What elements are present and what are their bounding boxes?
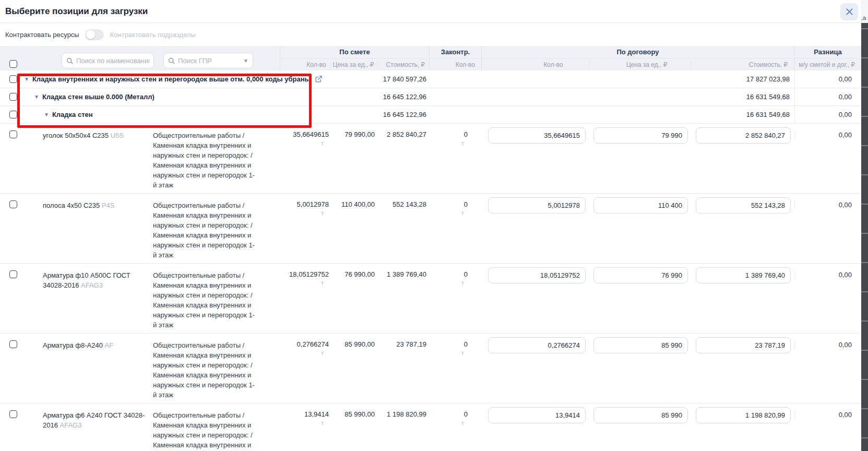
close-button[interactable] (840, 3, 858, 20)
col-estimate-qty: Кол-во (280, 61, 331, 68)
resource-name: уголок 50x50x4 С235 (43, 132, 109, 139)
resource-code: AF (105, 341, 114, 349)
contract-price-input[interactable] (593, 197, 688, 213)
estimate-qty-cell: 0,2766274 т (280, 340, 331, 356)
contract-qty-input[interactable] (488, 267, 586, 283)
unit-label: т (280, 210, 329, 216)
tree-contract-cost: 17 827 023,98 (482, 75, 794, 83)
resource-row: уголок 50x50x4 С235 U5S Общестроительные… (0, 124, 861, 194)
collapse-caret-icon[interactable]: ▼ (44, 112, 49, 117)
col-estimate-cost: Стоимость, ₽ (378, 61, 429, 68)
estimate-cost: 23 787,19 (378, 340, 430, 348)
tree-row-label: Кладка стен (52, 111, 93, 118)
col-contracted-qty: Кол-во (430, 61, 481, 68)
unit-label: т (430, 420, 468, 426)
unit-label: т (280, 420, 329, 426)
resource-name-cell: Арматура ф8-А240 AF (21, 340, 151, 350)
tree-row-label: Кладка внутренних и наружных стен и пере… (32, 75, 311, 83)
select-all-checkbox[interactable] (9, 60, 17, 68)
contract-mode-toggle[interactable] (85, 29, 104, 40)
contract-price-input[interactable] (593, 407, 688, 423)
contract-qty-input[interactable] (488, 337, 586, 353)
difference-value: 0,00 (794, 340, 861, 349)
chevron-down-icon[interactable]: ▼ (243, 58, 248, 64)
contract-cost-input[interactable] (696, 197, 791, 213)
estimate-price: 110 400,00 (331, 200, 378, 208)
contracted-qty-cell: 0 т (430, 200, 482, 216)
tree-estimate-cost: 16 645 122,96 (280, 111, 430, 118)
contracted-qty: 0 (430, 270, 468, 278)
tree-estimate-cost: 17 840 597,26 (280, 75, 430, 83)
resource-row: Арматура ф6 А240 ГОСТ 34028-2016 AFAG3 О… (0, 403, 861, 451)
estimate-price: 85 990,00 (331, 340, 378, 348)
row-checkbox[interactable] (9, 200, 17, 208)
contract-cost-input[interactable] (696, 267, 791, 283)
header-filter-area: ▼ (0, 46, 280, 70)
unit-label: т (430, 280, 468, 286)
estimate-cost: 1 198 820,99 (378, 410, 430, 418)
difference-value: 0,00 (794, 270, 861, 279)
row-checkbox[interactable] (9, 111, 17, 118)
resource-name-cell: Арматура ф6 А240 ГОСТ 34028-2016 AFAG3 (21, 410, 151, 430)
toggle-label-resources: Контрактовать ресурсы (5, 31, 79, 39)
unit-label: т (430, 140, 468, 146)
row-checkbox[interactable] (9, 340, 17, 348)
unit-label: т (280, 140, 329, 146)
header-group-contract: По договору Кол-во Цена за ед., ₽ Стоимо… (482, 46, 794, 70)
toggle-knob (86, 30, 95, 39)
close-icon (846, 8, 853, 16)
unit-label: т (430, 210, 468, 216)
contracting-toolbar: Контрактовать ресурсы Контрактовать подр… (0, 23, 861, 46)
resource-code: AFAG3 (60, 421, 82, 429)
resource-row: Арматура ф8-А240 AF Общестроительные раб… (0, 334, 861, 403)
estimate-qty: 18,05129752 (280, 270, 329, 278)
estimate-cost: 1 389 769,40 (378, 270, 430, 278)
resource-name-cell: Арматура ф10 А500С ГОСТ 34028-2016 AFAG3 (21, 270, 151, 290)
row-checkbox[interactable] (9, 93, 17, 101)
header-group-difference: Разница м/у сметой и дог., ₽ (794, 46, 861, 70)
table-body: ▼ Кладка внутренних и наружных стен и пе… (0, 70, 861, 451)
resource-name-cell: полоса 4x50 С235 P4S (21, 200, 151, 210)
unit-label: т (430, 350, 468, 356)
collapse-caret-icon[interactable]: ▼ (24, 76, 29, 82)
contracted-qty: 0 (430, 200, 468, 208)
resource-path: Общестроительные работы / Каменная кладк… (151, 270, 280, 330)
contracted-qty-cell: 0 т (430, 340, 482, 356)
row-checkbox[interactable] (9, 75, 17, 83)
unit-label: т (280, 350, 329, 356)
gpr-search[interactable]: ▼ (163, 53, 253, 68)
contract-qty-input[interactable] (488, 197, 586, 213)
header-group-estimate: По смете Кол-во Цена за ед., ₽ Стоимость… (280, 46, 430, 70)
search-icon (66, 57, 73, 64)
estimate-qty: 5,0012978 (280, 200, 329, 208)
row-checkbox[interactable] (9, 410, 17, 418)
estimate-cost: 552 143,28 (378, 200, 430, 208)
contract-qty-input[interactable] (488, 407, 586, 423)
contract-price-input[interactable] (593, 267, 688, 283)
search-input[interactable] (76, 57, 149, 65)
header-group-contracted: Законтр. Кол-во (430, 46, 482, 70)
background-page-strip: ,а (861, 0, 868, 451)
contract-cost-input[interactable] (696, 407, 791, 423)
modal-titlebar: Выберите позиции для загрузки (0, 0, 861, 23)
contract-price-input[interactable] (593, 337, 688, 353)
contract-qty-input[interactable] (488, 127, 586, 144)
search-icon (168, 57, 175, 64)
gpr-search-input[interactable] (178, 57, 241, 65)
estimate-qty-cell: 35,6649615 т (280, 130, 331, 146)
col-estimate-price: Цена за ед., ₽ (331, 61, 378, 68)
contract-cost-input[interactable] (696, 127, 791, 144)
resource-path: Общестроительные работы / Каменная кладк… (151, 130, 280, 190)
row-checkbox[interactable] (9, 130, 17, 138)
contract-cost-input[interactable] (696, 337, 791, 353)
row-checkbox[interactable] (9, 270, 17, 278)
group-title-difference: Разница (794, 46, 861, 58)
contract-price-input[interactable] (593, 127, 688, 144)
collapse-caret-icon[interactable]: ▼ (34, 94, 39, 100)
table-header: ▼ По смете Кол-во Цена за ед., ₽ Стоимос… (0, 46, 861, 70)
estimate-qty-cell: 13,9414 т (280, 410, 331, 426)
tree-difference: 0,00 (794, 70, 861, 88)
tree-difference: 0,00 (794, 106, 861, 123)
estimate-qty-cell: 5,0012978 т (280, 200, 331, 216)
tree-row: ▼ Кладка внутренних и наружных стен и пе… (0, 70, 861, 88)
